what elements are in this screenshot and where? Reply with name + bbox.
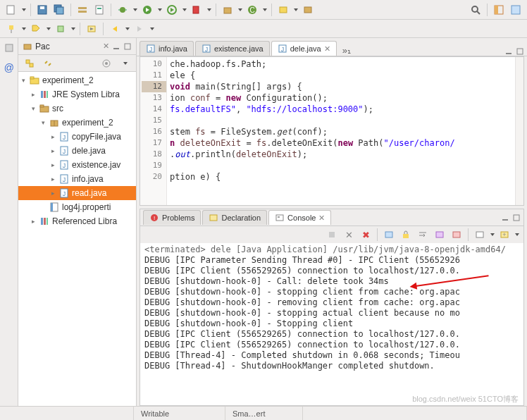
show-view-button[interactable]	[2, 41, 16, 55]
pin-console-button[interactable]	[433, 228, 447, 242]
dropdown-arrow-icon[interactable]	[207, 8, 211, 11]
open-console-button[interactable]: +	[497, 228, 512, 242]
expand-arrow-icon[interactable]: ▸	[49, 175, 56, 183]
save-all-button[interactable]	[52, 3, 66, 17]
dropdown-arrow-icon[interactable]	[71, 27, 75, 30]
word-wrap-button[interactable]	[416, 228, 430, 242]
toggle-breadcrumb-button[interactable]	[75, 3, 89, 17]
expand-arrow-icon[interactable]: ▸	[30, 91, 37, 98]
run-last-button[interactable]	[165, 3, 179, 17]
code-editor[interactable]: 1011121314151617181920 che.hadoop.fs.Pat…	[140, 56, 524, 206]
dropdown-arrow-icon[interactable]	[158, 8, 162, 11]
back-button[interactable]	[108, 22, 122, 36]
filter-button[interactable]	[54, 22, 68, 36]
maximize-icon[interactable]	[123, 42, 132, 51]
svg-rect-82	[329, 232, 335, 237]
editor-tab-dele[interactable]: J dele.java ✕	[271, 41, 337, 56]
overview-ruler[interactable]	[515, 57, 523, 205]
coverage-button[interactable]	[92, 3, 106, 17]
expand-arrow-icon[interactable]: ▾	[39, 119, 46, 126]
terminate-button[interactable]	[325, 228, 339, 242]
display-selected-button[interactable]	[473, 228, 487, 242]
external-tools-button[interactable]	[190, 3, 204, 17]
clear-console-button[interactable]	[382, 228, 396, 242]
tab-declaration[interactable]: Declaration	[202, 210, 267, 225]
tab-overflow-indicator[interactable]: »₁	[338, 45, 355, 56]
java-perspective-button[interactable]	[509, 3, 523, 17]
tag-button[interactable]	[29, 22, 43, 36]
expand-arrow-icon[interactable]: ▾	[30, 105, 37, 112]
run-button[interactable]	[140, 3, 154, 17]
project-tree[interactable]: ▾experiment_2▸JRE System Libra▾src▾exper…	[18, 72, 136, 406]
expand-arrow-icon[interactable]: ▸	[30, 218, 37, 225]
view-menu-button[interactable]	[118, 56, 132, 70]
tree-item-dele-java[interactable]: ▸Jdele.java	[18, 144, 136, 158]
close-tab-icon[interactable]: ✕	[318, 214, 325, 223]
editor-tab-info[interactable]: J info.java	[140, 41, 194, 56]
collapse-all-button[interactable]	[23, 56, 37, 70]
tree-item-src[interactable]: ▾src	[18, 101, 136, 116]
tree-item-referenced-libra[interactable]: ▸Referenced Libra	[18, 214, 136, 228]
tree-item-jre-system-libra[interactable]: ▸JRE System Libra	[18, 87, 136, 101]
java-icon: J	[58, 131, 70, 142]
dropdown-arrow-icon[interactable]	[238, 8, 242, 11]
tree-item-copyfile-java[interactable]: ▸JcopyFile.java	[18, 130, 136, 144]
expand-arrow-icon[interactable]: ▾	[20, 77, 27, 84]
tree-item-log4j-properti[interactable]: log4j.properti	[18, 200, 136, 214]
maximize-icon[interactable]	[516, 47, 524, 56]
editor-tab-existence[interactable]: J existence.java	[195, 41, 270, 56]
tree-item-existence-jav[interactable]: ▸Jexistence.jav	[18, 158, 136, 172]
remove-all-button[interactable]: ✖	[359, 228, 373, 242]
expand-arrow-icon[interactable]: ▸	[49, 147, 56, 154]
new-package-button[interactable]	[221, 3, 235, 17]
expand-arrow-icon[interactable]: ▸	[49, 190, 56, 197]
tree-item-experiment_2[interactable]: ▾experiment_2	[18, 73, 136, 87]
at-icon[interactable]: @	[2, 61, 16, 75]
dropdown-arrow-icon[interactable]	[133, 8, 137, 11]
open-task-button[interactable]	[301, 3, 315, 17]
remove-launch-button[interactable]: ✕	[342, 228, 356, 242]
dropdown-arrow-icon[interactable]	[515, 233, 519, 236]
dropdown-arrow-icon[interactable]	[263, 8, 267, 11]
tree-item-read-java[interactable]: ▸Jread.java	[18, 186, 136, 200]
tab-problems[interactable]: ! Problems	[143, 210, 201, 225]
console-output[interactable]: <terminated> dele [Java Application] /us…	[140, 243, 523, 405]
tree-item-experiment_2[interactable]: ▾experiment_2	[18, 116, 136, 130]
link-editor-button[interactable]	[41, 56, 55, 70]
minimize-icon[interactable]	[504, 47, 513, 56]
close-icon[interactable]: ✕	[103, 42, 109, 51]
dropdown-arrow-icon[interactable]	[125, 27, 130, 30]
expand-arrow-icon[interactable]: ▸	[49, 161, 56, 168]
open-type-button[interactable]	[276, 3, 290, 17]
tree-item-info-java[interactable]: ▸Jinfo.java	[18, 172, 136, 186]
show-console-button[interactable]	[450, 228, 464, 242]
new-menu-button[interactable]	[4, 3, 18, 17]
dropdown-arrow-icon[interactable]	[46, 27, 51, 30]
maximize-icon[interactable]	[512, 214, 521, 222]
svg-rect-86	[453, 232, 460, 237]
code-content[interactable]: che.hadoop.fs.Path; ele { void main(Stri…	[167, 57, 515, 205]
dropdown-arrow-icon[interactable]	[150, 27, 154, 30]
debug-button[interactable]	[116, 3, 130, 17]
dropdown-arrow-icon[interactable]	[22, 27, 26, 30]
expand-arrow-icon[interactable]: ▸	[49, 133, 56, 140]
dropdown-arrow-icon[interactable]	[294, 8, 298, 11]
new-class-button[interactable]: C	[245, 3, 259, 17]
pin-button[interactable]	[4, 22, 18, 36]
svg-marker-33	[113, 26, 117, 32]
focus-button[interactable]	[99, 56, 113, 70]
forward-button[interactable]	[132, 22, 147, 36]
next-annotation-button[interactable]	[85, 22, 99, 36]
search-button[interactable]	[469, 3, 483, 17]
dropdown-arrow-icon[interactable]	[22, 8, 26, 11]
close-tab-icon[interactable]: ✕	[324, 44, 330, 54]
dropdown-arrow-icon[interactable]	[490, 233, 495, 236]
svg-rect-39	[26, 60, 30, 63]
save-button[interactable]	[35, 3, 49, 17]
minimize-icon[interactable]	[112, 42, 120, 51]
open-perspective-button[interactable]	[492, 3, 506, 17]
tab-console[interactable]: Console ✕	[268, 210, 331, 225]
minimize-icon[interactable]	[501, 214, 509, 222]
dropdown-arrow-icon[interactable]	[182, 8, 187, 11]
scroll-lock-button[interactable]	[399, 228, 413, 242]
